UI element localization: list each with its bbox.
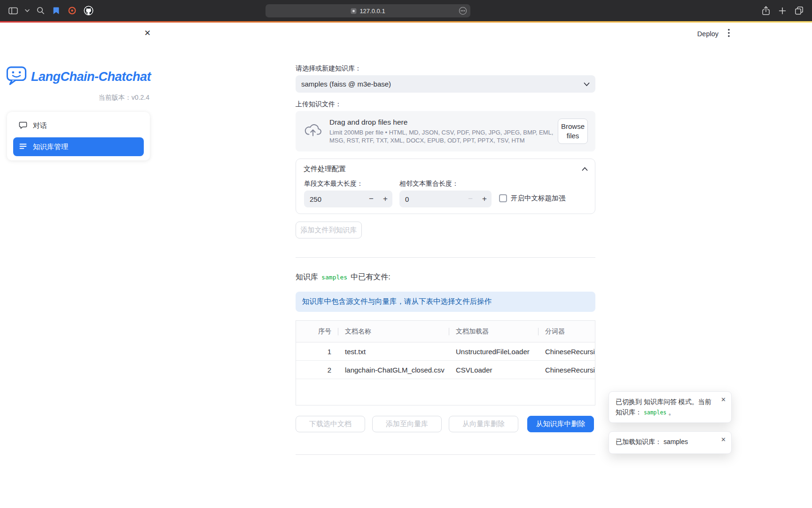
cell-index: 1: [296, 342, 338, 360]
zh-title-checkbox[interactable]: 开启中文标题加强: [499, 194, 565, 203]
search-icon[interactable]: [37, 7, 45, 15]
header-loader[interactable]: 文档加载器: [449, 321, 538, 342]
plus-button[interactable]: +: [378, 194, 392, 204]
logo-chat-icon: [6, 66, 27, 87]
toast-text: 已加载知识库： samples: [616, 438, 688, 445]
max-length-value[interactable]: 250: [304, 195, 364, 203]
files-table: 序号 文档名称 文档加载器 分词器 1 test.txt Unstructure…: [296, 320, 595, 405]
sidebar-menu: 对话 知识库管理: [7, 112, 150, 160]
header-splitter[interactable]: 分词器: [538, 321, 595, 342]
sidebar-close-icon[interactable]: ✕: [144, 28, 151, 38]
app-logo: LangChain-Chatchat: [0, 66, 157, 87]
deploy-button[interactable]: Deploy: [697, 30, 718, 38]
toast-mode-switched: 已切换到 知识库问答 模式。当前知识库： samples 。 ✕: [609, 391, 732, 423]
header-index[interactable]: 序号: [296, 321, 338, 342]
cell-index: 2: [296, 361, 338, 379]
app-body: ✕ LangChain-Chatchat 当前版本：v0.2.4: [0, 23, 812, 508]
existing-files-heading: 知识库 samples 中已有文件:: [296, 272, 390, 282]
file-dropzone[interactable]: Drag and drop files here Limit 200MB per…: [296, 111, 595, 151]
overlap-value[interactable]: 0: [399, 195, 463, 203]
toolbar: Deploy: [697, 28, 731, 40]
table-empty-area: [296, 379, 595, 405]
chat-bubble-icon: [19, 121, 27, 131]
kebab-menu-icon[interactable]: [727, 28, 731, 40]
overlap-label: 相邻文本重合长度：: [399, 180, 459, 188]
kb-select-label: 请选择或新建知识库：: [296, 64, 361, 73]
cell-splitter: ChineseRecursiveTextSplitter: [538, 342, 595, 360]
delete-from-vector-store-button[interactable]: 从向量库删除: [449, 416, 518, 432]
toast-kb-loaded: 已加载知识库： samples ✕: [609, 431, 732, 454]
table-row[interactable]: 1 test.txt UnstructuredFileLoader Chines…: [296, 342, 595, 361]
plus-button[interactable]: +: [477, 194, 492, 204]
cell-doc-name: langchain-ChatGLM_closed.csv: [338, 361, 449, 379]
max-length-stepper: 250 − +: [304, 190, 392, 207]
cell-loader: CSVLoader: [449, 361, 538, 379]
dropzone-title: Drag and drop files here: [329, 118, 558, 127]
add-files-to-kb-button[interactable]: 添加文件到知识库: [296, 222, 362, 238]
delete-from-kb-button[interactable]: 从知识库中删除: [527, 416, 594, 432]
blue-bookmark-icon[interactable]: [52, 6, 61, 15]
table-row[interactable]: 2 langchain-ChatGLM_closed.csv CSVLoader…: [296, 361, 595, 379]
sidebar-toggle-icon[interactable]: [8, 7, 18, 15]
table-actions: 下载选中文档 添加至向量库 从向量库删除 从知识库中删除: [296, 416, 595, 432]
sidebar-item-dialogue[interactable]: 对话: [13, 116, 144, 135]
github-icon[interactable]: [84, 6, 94, 16]
toast-text: 。: [668, 408, 675, 416]
divider: [296, 454, 595, 455]
expander-title: 文件处理配置: [304, 165, 582, 174]
heading-prefix: 知识库: [296, 272, 318, 282]
kb-list-icon: [19, 142, 27, 152]
dropzone-texts: Drag and drop files here Limit 200MB per…: [329, 118, 558, 144]
kb-selected-value: samples (faiss @ m3e-base): [301, 80, 584, 88]
screen: 127.0.0.1 ✕: [0, 0, 812, 508]
page-settings-icon[interactable]: [459, 7, 467, 15]
close-icon[interactable]: ✕: [721, 436, 726, 443]
table-header-row: 序号 文档名称 文档加载器 分词器: [296, 321, 595, 342]
sidebar-item-label: 知识库管理: [33, 143, 68, 151]
orange-circle-icon[interactable]: [68, 6, 77, 15]
cell-loader: UnstructuredFileLoader: [449, 342, 538, 360]
sidebar-item-kb-management[interactable]: 知识库管理: [13, 137, 144, 156]
chevron-down-icon: [584, 80, 590, 88]
kb-name-code: samples: [321, 274, 347, 281]
overlap-stepper: 0 − +: [399, 190, 492, 207]
sidebar: ✕ LangChain-Chatchat 当前版本：v0.2.4: [0, 23, 157, 508]
chevron-up-icon: [582, 165, 588, 173]
upload-label: 上传知识文件：: [296, 100, 342, 109]
header-doc-name[interactable]: 文档名称: [338, 321, 449, 342]
sidebar-item-label: 对话: [33, 121, 47, 130]
file-config-expander: 文件处理配置 单段文本最大长度： 250 − + 相邻文本重合长度： 0 − +: [296, 159, 595, 214]
cell-splitter: ChineseRecursiveTextSplitter: [538, 361, 595, 379]
version-label: 当前版本：v0.2.4: [99, 94, 149, 102]
browser-chrome: 127.0.0.1: [0, 0, 812, 21]
minus-button[interactable]: −: [364, 194, 378, 204]
add-to-vector-store-button[interactable]: 添加至向量库: [372, 416, 442, 432]
kb-selectbox[interactable]: samples (faiss @ m3e-base): [296, 75, 595, 93]
tab-overview-icon[interactable]: [795, 6, 804, 15]
heading-suffix: 中已有文件:: [351, 272, 390, 282]
checkbox-label: 开启中文标题加强: [511, 194, 565, 203]
browse-files-button[interactable]: Browse files: [558, 119, 588, 144]
max-length-label: 单段文本最大长度：: [304, 180, 363, 188]
download-selected-button[interactable]: 下载选中文档: [296, 416, 365, 432]
new-tab-icon[interactable]: [779, 7, 786, 15]
toast-kb-code: samples: [644, 409, 666, 416]
cell-doc-name: test.txt: [338, 342, 449, 360]
upload-cloud-icon: [304, 123, 322, 140]
url-text: 127.0.0.1: [359, 8, 385, 15]
info-banner: 知识库中包含源文件与向量库，请从下表中选择文件后操作: [296, 292, 595, 312]
minus-button[interactable]: −: [463, 194, 477, 204]
address-bar[interactable]: 127.0.0.1: [265, 4, 470, 17]
checkbox-box[interactable]: [499, 194, 507, 202]
expander-header[interactable]: 文件处理配置: [296, 159, 595, 179]
dropzone-limit: Limit 200MB per file • HTML, MD, JSON, C…: [329, 129, 556, 144]
share-icon[interactable]: [762, 6, 770, 16]
chevron-down-icon[interactable]: [25, 9, 30, 12]
site-favicon: [351, 8, 357, 14]
divider: [296, 257, 595, 258]
logo-text: LangChain-Chatchat: [31, 70, 151, 84]
close-icon[interactable]: ✕: [721, 396, 726, 403]
